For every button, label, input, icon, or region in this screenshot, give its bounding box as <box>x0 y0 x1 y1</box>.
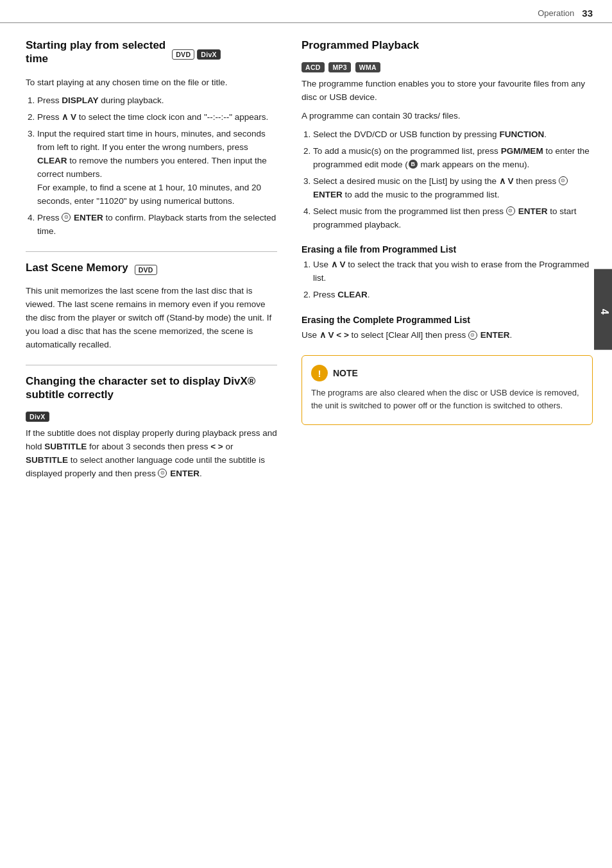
badge-dvd-2: DVD <box>135 265 157 275</box>
step-1-4: Press ⊙ ENTER to confirm. Playback start… <box>37 212 277 238</box>
page-container: Operation 33 4 Operation Starting play f… <box>0 0 612 868</box>
note-icon: ! <box>311 365 328 381</box>
section2-text: This unit memorizes the last scene from … <box>26 285 277 352</box>
erase-file-step-1: Use ∧ V to select the track that you wis… <box>313 258 593 285</box>
section2-badges: DVD <box>135 265 157 275</box>
side-tab: 4 Operation <box>594 269 612 350</box>
right-section1-tracks: A programme can contain 30 tracks/ files… <box>302 110 593 123</box>
section3-title: Changing the character set to display Di… <box>26 374 277 402</box>
right-step-2: To add a music(s) on the programmed list… <box>313 145 593 172</box>
right-step-4: Select music from the programmed list th… <box>313 205 593 232</box>
section-programmed-playback: Programmed Playback ACD MP3 WMA The prog… <box>302 38 593 231</box>
header-section-label: Operation <box>538 8 574 18</box>
right-step-1: Select the DVD/CD or USB function by pre… <box>313 128 593 142</box>
badge-dvd: DVD <box>172 49 194 60</box>
step-1-1: Press DISPLAY during playback. <box>37 94 277 108</box>
circle-enter-icon-3: ⊙ <box>559 176 568 185</box>
section2-title-line: Last Scene Memory DVD <box>26 261 277 280</box>
section-title-line-1: Starting play from selectedtime DVD DivX <box>26 38 277 71</box>
note-text: The programs are also cleared when the d… <box>311 387 583 412</box>
right-section1-title-line: Programmed Playback <box>302 38 593 57</box>
erase-complete-text: Use ∧ V < > to select [Clear All] then p… <box>302 329 593 342</box>
badge-divx: DivX <box>197 49 221 60</box>
circle-enter-icon-5: ⊙ <box>468 331 477 340</box>
section-starting-play: Starting play from selectedtime DVD DivX… <box>26 38 277 238</box>
pgm-circle-icon: B <box>409 160 418 169</box>
section1-steps: Press DISPLAY during playback. Press ∧ V… <box>26 94 277 238</box>
circle-enter-icon-2: ⊙ <box>158 469 167 478</box>
badge-wma: WMA <box>355 62 380 72</box>
erase-complete-title: Erasing the Complete Programmed List <box>302 315 593 325</box>
section-erase-file: Erasing a file from Programmed List Use … <box>302 244 593 302</box>
left-column: Starting play from selectedtime DVD DivX… <box>26 38 295 494</box>
badge-divx-2: DivX <box>26 412 49 422</box>
main-content: Starting play from selectedtime DVD DivX… <box>0 23 612 506</box>
step-1-3: Input the required start time in hours, … <box>37 128 277 208</box>
page-header: Operation 33 <box>0 0 612 23</box>
section-last-scene: Last Scene Memory DVD This unit memorize… <box>26 261 277 352</box>
section-erase-complete: Erasing the Complete Programmed List Use… <box>302 315 593 342</box>
section1-badges: DVD DivX <box>172 49 221 60</box>
right-section1-intro: The programme function enables you to st… <box>302 78 593 104</box>
divider-1 <box>26 251 277 252</box>
divider-2 <box>26 365 277 365</box>
section-charset: Changing the character set to display Di… <box>26 374 277 481</box>
step-1-2: Press ∧ V to select the time clock icon … <box>37 111 277 124</box>
side-tab-number: 4 <box>599 309 610 315</box>
section2-title: Last Scene Memory <box>26 261 128 274</box>
badge-acd: ACD <box>302 62 325 72</box>
header-page-num: 33 <box>582 8 593 19</box>
section1-title: Starting play from selectedtime <box>26 38 166 66</box>
circle-enter-icon-4: ⊙ <box>506 206 515 215</box>
note-title: NOTE <box>333 368 358 378</box>
right-section1-badges: ACD MP3 WMA <box>302 62 593 72</box>
right-column: Programmed Playback ACD MP3 WMA The prog… <box>295 38 593 494</box>
section3-title-line: Changing the character set to display Di… <box>26 374 277 407</box>
erase-file-steps: Use ∧ V to select the track that you wis… <box>302 258 593 302</box>
circle-enter-icon-1: ⊙ <box>62 213 71 222</box>
right-step-3: Select a desired music on the [List] by … <box>313 175 593 202</box>
badge-mp3: MP3 <box>328 62 351 72</box>
section1-intro: To start playing at any chosen time on t… <box>26 76 277 90</box>
section3-badge-row: DivX <box>26 412 277 422</box>
erase-file-step-2: Press CLEAR. <box>313 288 593 302</box>
note-header: ! NOTE <box>311 365 583 381</box>
right-section1-title: Programmed Playback <box>302 38 419 52</box>
note-box: ! NOTE The programs are also cleared whe… <box>302 355 593 425</box>
right-section1-steps: Select the DVD/CD or USB function by pre… <box>302 128 593 231</box>
section3-text: If the subtitle does not display properl… <box>26 427 277 481</box>
erase-file-title: Erasing a file from Programmed List <box>302 244 593 255</box>
